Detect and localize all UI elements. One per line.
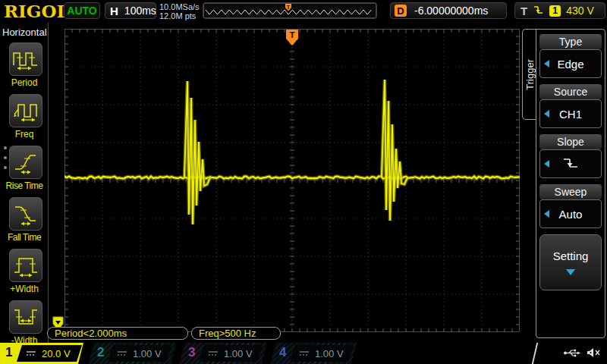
- channel-3-scale: 1.00 V: [224, 348, 253, 359]
- channel-status-bar: 1 20.0 V 2 1.00 V 3: [0, 343, 607, 364]
- run-status-label: AUTO: [67, 5, 96, 17]
- system-status-icons: [563, 347, 601, 358]
- measure-freq-label: Freq: [0, 129, 49, 140]
- triangle-left-icon: [544, 60, 549, 67]
- trigger-setting-label: Setting: [553, 249, 589, 262]
- channel-1-scale: 20.0 V: [42, 348, 71, 359]
- measure-pos-width-button[interactable]: [9, 249, 42, 282]
- memory-depth: 12.0M pts: [159, 11, 200, 20]
- measure-rise-time-button[interactable]: [9, 146, 42, 179]
- channel-3-number: 3: [188, 345, 195, 360]
- channel-1-button[interactable]: 1 20.0 V: [0, 343, 83, 364]
- delay-icon: D: [395, 5, 407, 17]
- trigger-sweep-button[interactable]: Auto: [539, 199, 602, 228]
- channel-4-button[interactable]: 4 1.00 V: [270, 343, 357, 364]
- triangle-left-icon: [544, 110, 549, 118]
- trigger-sweep-label: Sweep: [539, 184, 602, 199]
- channel-1-number: 1: [5, 345, 12, 360]
- trigger-type-label: Type: [539, 34, 602, 49]
- sample-rate: 10.0MSa/s: [159, 2, 200, 11]
- trigger-slope-button[interactable]: [539, 149, 602, 178]
- trigger-readout-box: T 1 430 V: [514, 2, 605, 19]
- trigger-menu: Trigger Type Edge Source CH1 Slope Sweep: [522, 27, 607, 340]
- positive-width-icon: [12, 253, 39, 278]
- measure-period-button[interactable]: [9, 42, 42, 76]
- svg-text:T: T: [290, 30, 295, 39]
- trigger-sweep-value: Auto: [559, 208, 583, 221]
- triangle-left-icon: [544, 160, 549, 168]
- trigger-menu-tab: Trigger: [522, 29, 536, 120]
- channel-2-readout: 1.00 V: [108, 345, 171, 362]
- dc-coupling-icon: [117, 350, 127, 356]
- waveform-display[interactable]: T: [64, 29, 520, 332]
- trigger-level-value: 430 V: [566, 5, 594, 17]
- dc-coupling-icon: [208, 350, 219, 356]
- measure-period-label: Period: [0, 77, 49, 88]
- channel-2-button[interactable]: 2 1.00 V: [88, 343, 176, 364]
- delay-value: -6.00000000ms: [414, 5, 488, 17]
- oscilloscope-screen: RIGOL AUTO H 100ms 10.0MSa/s 12.0M pts T…: [0, 0, 607, 364]
- trigger-source-button[interactable]: CH1: [539, 99, 602, 128]
- measurement-freq-readout: Freq>500 Hz: [191, 327, 281, 340]
- fall-time-icon: [12, 202, 39, 226]
- trigger-source-badge: 1: [549, 5, 561, 17]
- triangle-left-icon: [544, 210, 549, 218]
- page-indicator-dots: [4, 146, 7, 169]
- dc-coupling-icon: [26, 350, 36, 356]
- trigger-slope-label: Slope: [539, 134, 602, 149]
- usb-icon: [563, 348, 581, 358]
- dc-coupling-icon: [299, 350, 310, 356]
- measure-fall-time-label: Fall Time: [0, 232, 49, 243]
- run-status-badge: AUTO: [64, 2, 100, 19]
- channel-4-scale: 1.00 V: [315, 348, 344, 359]
- delay-readout-box: D -6.00000000ms: [390, 2, 507, 19]
- timebase-value: 100ms: [124, 5, 156, 17]
- measure-neg-width-button[interactable]: [9, 300, 42, 334]
- trigger-source-label: Source: [539, 84, 602, 99]
- trigger-menu-panel: Type Edge Source CH1 Slope Sweep: [536, 29, 605, 338]
- trigger-type-button[interactable]: Edge: [539, 49, 602, 78]
- trigger-type-value: Edge: [557, 58, 583, 71]
- measure-rise-time-label: Rise Time: [0, 180, 49, 191]
- horizontal-timebase-box[interactable]: H 100ms: [105, 2, 156, 19]
- falling-edge-icon: [561, 157, 580, 171]
- measurement-period-readout: Period<2.000ms: [47, 327, 188, 340]
- svg-text:T: T: [287, 5, 291, 10]
- period-measure-icon: [12, 47, 39, 71]
- channel-2-scale: 1.00 V: [133, 348, 162, 359]
- trigger-letter: T: [521, 5, 527, 17]
- top-status-bar: RIGOL AUTO H 100ms 10.0MSa/s 12.0M pts T…: [0, 0, 607, 23]
- negative-width-icon: [12, 305, 39, 329]
- trigger-menu-tab-label: Trigger: [524, 59, 536, 90]
- horizontal-measure-menu: Horizontal Period Freq: [0, 23, 49, 343]
- channel-4-number: 4: [279, 345, 286, 360]
- channel-3-button[interactable]: 3 1.00 V: [179, 343, 267, 364]
- trigger-setting-button[interactable]: Setting: [539, 234, 602, 290]
- horizontal-label: H: [110, 5, 118, 17]
- frequency-measure-icon: [12, 99, 39, 123]
- waveform-preview-bar[interactable]: T: [203, 2, 377, 19]
- trigger-source-value: CH1: [559, 108, 582, 121]
- channel-1-readout: 20.0 V: [17, 345, 82, 362]
- measure-fall-time-button[interactable]: [9, 197, 42, 231]
- statusbar-divider: [532, 343, 538, 364]
- measure-pos-width-label: +Width: [0, 284, 49, 294]
- channel-3-readout: 1.00 V: [199, 345, 263, 362]
- channel-4-readout: 1.00 V: [290, 345, 354, 362]
- preview-waveform: T: [203, 3, 376, 18]
- rise-time-icon: [12, 150, 39, 174]
- acquisition-info: 10.0MSa/s 12.0M pts: [159, 2, 200, 20]
- measure-freq-button[interactable]: [9, 94, 42, 127]
- chevron-down-icon: [566, 269, 575, 275]
- rigol-logo: RIGOL: [4, 1, 69, 21]
- falling-edge-icon: [533, 5, 544, 16]
- channel-2-number: 2: [97, 345, 104, 360]
- speaker-muted-icon: [587, 347, 601, 358]
- left-menu-title: Horizontal: [2, 27, 47, 38]
